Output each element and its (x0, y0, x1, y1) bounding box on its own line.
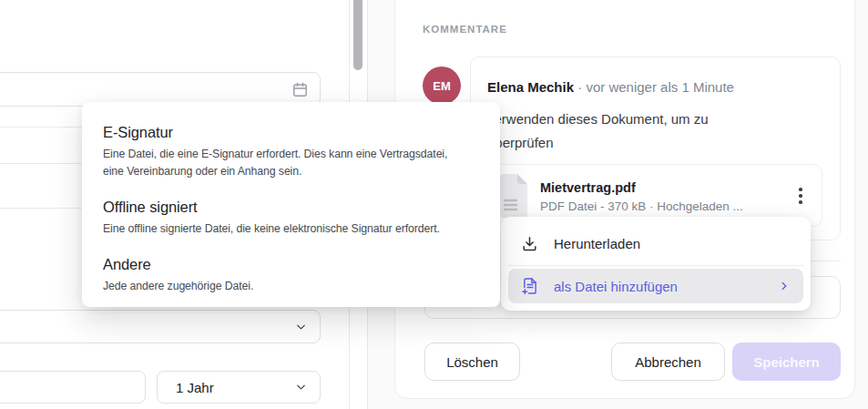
attachment-kebab-menu-button[interactable] (790, 179, 812, 212)
menu-item-add-as-file-label: als Datei hinzufügen (554, 279, 678, 294)
menu-item-download-label: Herunterladen (554, 236, 640, 251)
save-button[interactable]: Speichern (732, 343, 841, 381)
comment-author: Elena Mechik (487, 79, 574, 95)
chevron-right-icon (778, 280, 791, 292)
delete-button[interactable]: Löschen (424, 343, 520, 381)
text-input[interactable] (0, 371, 146, 404)
download-icon (521, 235, 538, 252)
attachment-meta: PDF Datei - 370 kB · Hochgeladen ... (540, 199, 743, 213)
attachment-context-menu: Herunterladen als Datei hinzufügen (501, 217, 811, 311)
type-select[interactable] (0, 310, 321, 343)
comment-body: verwenden dieses Dokument, um zu überprü… (487, 107, 717, 155)
avatar: EM (423, 66, 461, 105)
file-plus-icon (521, 277, 538, 295)
term-select-value: 1 Jahr (176, 380, 214, 395)
tooltip-section-description: Jede andere zugehörige Datei. (103, 278, 479, 295)
menu-item-download[interactable]: Herunterladen (508, 224, 803, 262)
chevron-down-icon (294, 381, 308, 394)
scrollbar-thumb[interactable] (353, 0, 363, 70)
tooltip-section-andere: Andere Jede andere zugehörige Datei. (103, 256, 479, 295)
tooltip-section-description: Eine Datei, die eine E-Signatur erforder… (103, 146, 479, 180)
tooltip-section-title: E-Signatur (103, 124, 479, 141)
tooltip-section-offline-signiert: Offline signiert Eine offline signierte … (103, 199, 479, 238)
chevron-down-icon (294, 320, 308, 333)
comment-header: Elena Mechik · vor weniger als 1 Minute (487, 79, 734, 95)
term-select[interactable]: 1 Jahr (157, 371, 321, 404)
file-type-tooltip: E-Signatur Eine Datei, die eine E-Signat… (82, 102, 500, 307)
calendar-icon (291, 81, 309, 98)
comment-card: Elena Mechik · vor weniger als 1 Minute … (470, 56, 841, 240)
cancel-button[interactable]: Abbrechen (611, 343, 725, 381)
comments-section-title: KOMMENTARE (423, 24, 507, 35)
tooltip-section-title: Offline signiert (103, 199, 479, 216)
attachment-filename: Mietvertrag.pdf (540, 180, 636, 195)
menu-item-add-as-file[interactable]: als Datei hinzufügen (508, 269, 803, 303)
comment-timestamp: vor weniger als 1 Minute (586, 79, 734, 95)
comment-separator: · (577, 79, 582, 95)
tooltip-section-title: Andere (103, 256, 479, 273)
tooltip-section-description: Eine offline signierte Datei, die keine … (103, 220, 479, 238)
menu-divider (508, 265, 803, 266)
avatar-initials: EM (433, 79, 451, 93)
pdf-file-icon (498, 172, 529, 220)
tooltip-section-esignatur: E-Signatur Eine Datei, die eine E-Signat… (103, 124, 479, 180)
